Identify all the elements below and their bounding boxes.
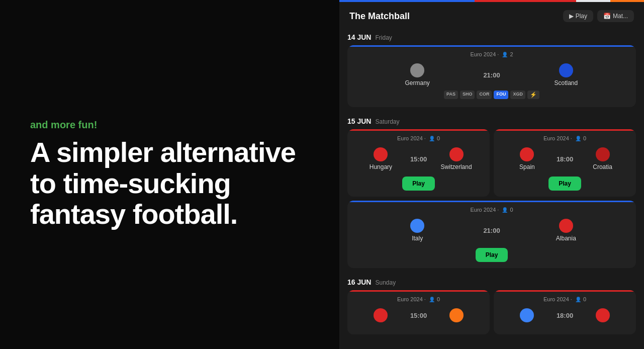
tagline: and more fun! [30, 119, 309, 131]
bar-white [576, 0, 610, 2]
match-nav-button[interactable]: 📅 Mat... [597, 10, 634, 22]
date-header-15jun: 15 JUN Saturday [347, 111, 636, 129]
team-scotland: Scotland [504, 63, 628, 86]
team-croatia: Croatia [577, 147, 628, 170]
tag-sho[interactable]: SHO [460, 91, 475, 99]
play-button-spain-croatia[interactable]: Play [548, 177, 581, 191]
match-row-14jun: Euro 2024 · 👤 2 Germany 21:00 Scotland [347, 45, 636, 107]
competition-name: Euro 2024 · [471, 51, 499, 57]
team-germany: Germany [355, 63, 479, 86]
participants-count: 0 [583, 296, 586, 302]
tag-cor[interactable]: COR [477, 91, 492, 99]
play-nav-button[interactable]: ▶ Play [563, 10, 593, 22]
match-row-15jun-2: Euro 2024 · 👤 0 Italy 21:00 Albania [347, 201, 636, 268]
match-meta: Euro 2024 · 👤 2 [355, 51, 628, 57]
team-hungary-circle [374, 147, 388, 161]
play-nav-label: Play [576, 13, 587, 20]
team-circle [374, 308, 388, 322]
person-icon: 👤 [575, 136, 581, 141]
team-switzerland-name: Switzerland [441, 163, 472, 170]
participants: 👤 2 [502, 51, 513, 57]
match-row-15jun-1: Euro 2024 · 👤 0 Hungary 15:00 Switzerlan… [347, 129, 636, 197]
match-nav-label: Mat... [613, 13, 628, 20]
team-albania: Albania [504, 219, 628, 242]
teams-row: Germany 21:00 Scotland [355, 63, 628, 86]
date-day: 16 JUN [347, 278, 371, 286]
teams-row: Italy 21:00 Albania [355, 219, 628, 242]
match-card-germany-scotland: Euro 2024 · 👤 2 Germany 21:00 Scotland [347, 45, 636, 107]
person-icon: 👤 [429, 136, 435, 141]
matches-scroll[interactable]: 14 JUN Friday Euro 2024 · 👤 2 Germany [339, 27, 644, 341]
right-panel: The Matchball ▶ Play 📅 Mat... 14 JUN Fri… [339, 0, 644, 349]
match-time: 18:00 [553, 312, 577, 319]
match-meta: Euro 2024 · 👤 0 [502, 135, 628, 141]
match-card-hungary-switzerland: Euro 2024 · 👤 0 Hungary 15:00 Switzerlan… [347, 129, 490, 197]
teams-row: Spain 18:00 Croatia [502, 147, 628, 170]
team-italy-circle [410, 219, 424, 233]
team-spain-circle [520, 147, 534, 161]
participants: 👤 0 [502, 207, 513, 213]
play-button-italy-albania[interactable]: Play [476, 248, 508, 262]
participants-count: 0 [510, 207, 513, 213]
teams-row: 15:00 [355, 308, 482, 322]
team-circle [520, 308, 534, 322]
competition-name: Euro 2024 · [543, 135, 572, 141]
team-scotland-circle [559, 63, 573, 77]
match-card-16b: Euro 2024 · 👤 0 18:00 [494, 290, 636, 334]
participants: 👤 0 [575, 296, 586, 302]
teams-row: 18:00 [502, 308, 628, 322]
match-time: 15:00 [406, 155, 431, 163]
team-hungary: Hungary [355, 147, 406, 170]
match-card-italy-albania: Euro 2024 · 👤 0 Italy 21:00 Albania [347, 201, 636, 268]
match-card-16a: Euro 2024 · 👤 0 15:00 [347, 290, 490, 334]
team-croatia-name: Croatia [593, 163, 612, 170]
match-meta: Euro 2024 · 👤 0 [502, 296, 628, 302]
match-meta: Euro 2024 · 👤 0 [355, 296, 482, 302]
competition-name: Euro 2024 · [543, 296, 572, 302]
match-meta: Euro 2024 · 👤 0 [355, 207, 628, 213]
participants-count: 0 [437, 135, 440, 141]
team-16a-1 [355, 308, 406, 322]
app-title: The Matchball [349, 11, 410, 22]
headline: A simpler alternative to time-sucking fa… [30, 137, 309, 230]
team-switzerland: Switzerland [431, 147, 482, 170]
tag-lightning[interactable]: ⚡ [527, 91, 539, 99]
match-time: 21:00 [479, 227, 504, 234]
match-time: 21:00 [479, 71, 504, 79]
participants: 👤 0 [429, 296, 440, 302]
date-header-16jun: 16 JUN Sunday [347, 272, 636, 290]
play-icon: ▶ [569, 13, 574, 20]
date-weekday: Sunday [375, 279, 396, 286]
date-day: 15 JUN [347, 117, 371, 125]
match-time: 18:00 [553, 155, 577, 163]
team-16a-2 [431, 308, 482, 322]
team-hungary-name: Hungary [370, 163, 392, 170]
team-16b-1 [502, 308, 553, 322]
participants-count: 2 [510, 51, 513, 57]
team-16b-2 [577, 308, 628, 322]
tag-pas[interactable]: PAS [444, 91, 458, 99]
participants-count: 0 [437, 296, 440, 302]
person-icon: 👤 [502, 207, 508, 213]
calendar-icon: 📅 [603, 13, 611, 20]
date-weekday: Saturday [375, 118, 399, 125]
app-header: The Matchball ▶ Play 📅 Mat... [339, 2, 644, 27]
match-card-spain-croatia: Euro 2024 · 👤 0 Spain 18:00 Croatia [494, 129, 636, 197]
play-button-hungary-switzerland[interactable]: Play [402, 177, 435, 191]
team-albania-circle [559, 219, 573, 233]
participants-count: 0 [583, 135, 586, 141]
team-scotland-name: Scotland [554, 79, 578, 86]
team-croatia-circle [596, 147, 610, 161]
participants: 👤 0 [429, 135, 440, 141]
team-circle [596, 308, 610, 322]
person-icon: 👤 [429, 297, 435, 302]
tag-fou[interactable]: FOU [494, 91, 508, 99]
header-buttons: ▶ Play 📅 Mat... [563, 10, 634, 22]
match-time: 15:00 [406, 312, 431, 319]
left-panel: and more fun! A simpler alternative to t… [0, 0, 339, 349]
top-color-bar [339, 0, 644, 2]
tags-row: PAS SHO COR FOU XGD ⚡ [355, 91, 628, 99]
tag-xgd[interactable]: XGD [510, 91, 525, 99]
match-meta: Euro 2024 · 👤 0 [355, 135, 482, 141]
team-spain-name: Spain [519, 163, 535, 170]
